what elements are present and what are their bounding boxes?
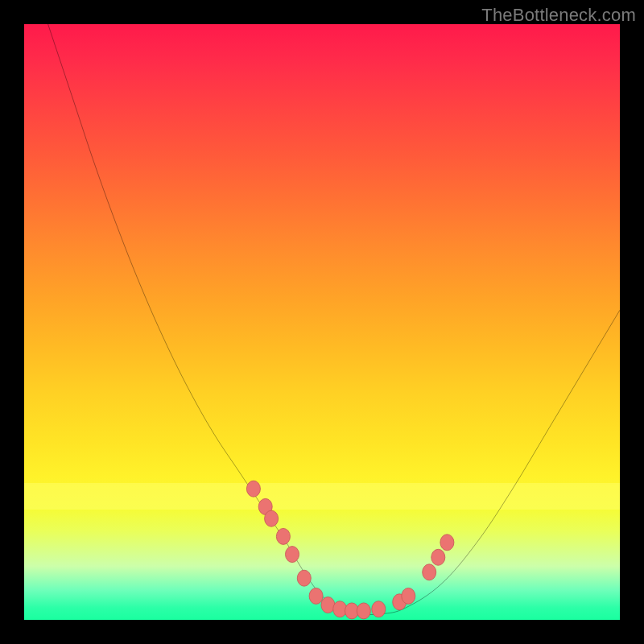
curve-marker <box>357 603 370 619</box>
curve-marker <box>402 588 415 604</box>
curve-marker <box>372 601 386 617</box>
curve-marker <box>423 564 436 580</box>
curve-marker <box>431 549 445 565</box>
curve-marker <box>440 535 454 551</box>
curve-marker <box>276 528 290 544</box>
curve-marker <box>265 510 279 526</box>
chart-svg <box>24 24 620 620</box>
curve-marker <box>285 547 299 563</box>
curve-marker <box>333 601 347 617</box>
bottleneck-curve-line <box>48 24 620 615</box>
curve-marker <box>297 570 311 586</box>
curve-marker <box>321 597 335 613</box>
curve-marker <box>246 481 260 497</box>
chart-plot-area <box>24 24 620 620</box>
curve-marker <box>309 588 323 604</box>
watermark-text: TheBottleneck.com <box>481 5 636 26</box>
